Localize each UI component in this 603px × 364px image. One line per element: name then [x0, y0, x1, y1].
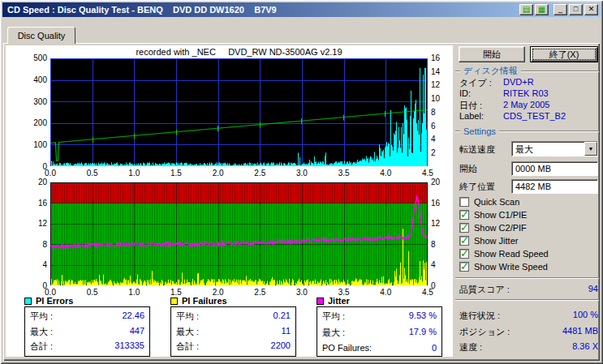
- window-title: CD Speed : Disc Quality Test - BENQ DVD …: [7, 5, 518, 15]
- axis-tick: 12: [431, 219, 440, 228]
- stat-value: 313335: [114, 340, 144, 353]
- speed-label: 速度 :: [459, 341, 482, 353]
- bottom-chart-left-axis: 201612840: [23, 178, 47, 290]
- pie-color-swatch: [24, 298, 32, 305]
- tab-disc-quality[interactable]: Disc Quality: [7, 27, 75, 44]
- top-chart-x-axis: 0.00.51.01.52.02.53.03.54.04.5: [40, 169, 438, 178]
- pif-jitter-chart-canvas: [50, 182, 428, 285]
- checkbox-box: [459, 236, 469, 246]
- checkbox-box: [459, 210, 469, 220]
- axis-tick: 12: [38, 219, 47, 228]
- chart-header: recorded with _NEC DVD_RW ND-3500AG v2.1…: [50, 47, 428, 57]
- checkbox-label: Show Read Speed: [474, 249, 549, 259]
- disc-label-label: Label:: [459, 111, 484, 121]
- axis-tick: 3.0: [291, 169, 312, 178]
- close-button[interactable]: ✕: [584, 4, 598, 15]
- maximize-button[interactable]: □: [569, 4, 583, 15]
- axis-tick: 0.5: [82, 169, 103, 178]
- stat-value: 11: [282, 326, 291, 338]
- position-value: 4481 MB: [511, 326, 598, 336]
- axis-tick: 2.5: [249, 288, 270, 297]
- transfer-speed-select[interactable]: 最大 ▼: [511, 141, 598, 156]
- disc-type-value: DVD+R: [503, 77, 534, 87]
- disc-type-label: タイプ :: [459, 77, 492, 89]
- pi-failures-title: PI Failures: [170, 296, 227, 306]
- axis-tick: 8: [42, 240, 47, 249]
- checkbox-show-jitter[interactable]: Show Jitter: [459, 236, 518, 246]
- axis-tick: 4.0: [375, 288, 396, 297]
- progress-value: 100 %: [511, 310, 598, 319]
- stat-label: 最大 :: [322, 327, 345, 339]
- axis-tick: 16: [431, 54, 440, 62]
- stat-label: 合計 :: [30, 340, 53, 353]
- quality-score-value: 94: [511, 284, 598, 293]
- axis-tick: 3.5: [334, 169, 355, 178]
- axis-tick: 4.5: [417, 288, 438, 297]
- pi-errors-box: 平均 :22.46 最大 :447 合計 :313335: [24, 306, 150, 357]
- axis-tick: 200: [33, 118, 47, 127]
- pi-failures-box: 平均 :0.21 最大 :11 合計 :2200: [170, 306, 296, 357]
- chevron-down-icon[interactable]: ▼: [584, 142, 597, 156]
- start-position-field[interactable]: 0000 MB: [511, 161, 598, 176]
- checkbox-show-c1-pie[interactable]: Show C1/PIE: [459, 210, 527, 220]
- axis-tick: 4: [431, 260, 436, 269]
- checkbox-label: Quick Scan: [474, 197, 519, 207]
- axis-tick: 300: [33, 97, 47, 106]
- checkbox-label: Show Write Speed: [474, 262, 548, 272]
- axis-tick: 20: [431, 178, 440, 186]
- exit-button[interactable]: 終了(X): [530, 46, 598, 62]
- jitter-color-swatch: [317, 298, 324, 305]
- checkbox-box: [459, 223, 469, 233]
- start-position-label: 開始: [459, 163, 477, 175]
- end-position-field[interactable]: 4482 MB: [511, 179, 598, 194]
- stat-label: 最大 :: [176, 326, 199, 338]
- app-window: CD Speed : Disc Quality Test - BENQ DVD …: [0, 0, 603, 364]
- axis-tick: 16: [431, 199, 440, 208]
- stat-box-title: Jitter: [328, 296, 350, 306]
- axis-tick: 2: [431, 148, 436, 157]
- titlebar[interactable]: CD Speed : Disc Quality Test - BENQ DVD …: [2, 2, 601, 17]
- disc-id-value: RITEK R03: [503, 88, 549, 98]
- screenshot-button[interactable]: ▤: [519, 4, 533, 15]
- checkbox-show-write-speed[interactable]: Show Write Speed: [459, 262, 548, 272]
- stat-row: 平均 :9.53 %: [322, 310, 437, 323]
- stat-value: 2200: [271, 340, 291, 353]
- disc-info-group-header: ディスク情報: [455, 65, 599, 77]
- stat-value: 9.53 %: [409, 310, 437, 323]
- checkbox-label: Show C2/PIF: [474, 223, 527, 233]
- axis-tick: 12: [431, 80, 440, 89]
- green-grid-icon: ▦: [538, 5, 545, 14]
- pie-speed-chart-canvas: [50, 58, 428, 166]
- axis-tick: 1.5: [166, 169, 187, 178]
- axis-tick: 6: [431, 122, 436, 131]
- axis-tick: 14: [431, 67, 440, 76]
- bottom-chart-x-axis: 0.00.51.01.52.02.53.03.54.04.5: [40, 288, 438, 297]
- checkbox-show-read-speed[interactable]: Show Read Speed: [459, 249, 549, 259]
- axis-tick: 2.0: [208, 169, 229, 178]
- bottom-chart-right-axis: 201612840: [431, 178, 449, 290]
- disc-info-group-title: ディスク情報: [460, 65, 521, 77]
- stat-value: 17.9 %: [409, 327, 437, 339]
- minimize-button[interactable]: _: [553, 4, 567, 15]
- axis-tick: 4: [431, 135, 436, 143]
- stat-box-title: PI Failures: [182, 296, 227, 306]
- axis-tick: 100: [33, 140, 47, 149]
- maximize-icon: □: [574, 5, 578, 13]
- axis-tick: 10: [431, 94, 440, 103]
- stat-value: 0.21: [274, 310, 291, 323]
- axis-tick: 4.0: [375, 169, 396, 178]
- clipboard-button[interactable]: ▦: [535, 4, 549, 15]
- speed-value: 8.36 X: [511, 341, 598, 351]
- minimize-icon: _: [558, 5, 562, 13]
- close-icon: ✕: [588, 5, 595, 13]
- stat-row: 平均 :0.21: [176, 310, 291, 323]
- checkbox-quick-scan[interactable]: Quick Scan: [459, 197, 519, 207]
- start-button[interactable]: 開始: [459, 46, 525, 62]
- stat-label: 平均 :: [322, 310, 345, 323]
- checkbox-label: Show C1/PIE: [474, 210, 527, 220]
- stat-label: PO Failures:: [322, 343, 372, 353]
- checkbox-box: [459, 262, 469, 272]
- checkbox-show-c2-pif[interactable]: Show C2/PIF: [459, 223, 527, 233]
- stat-value: 22.46: [122, 310, 144, 323]
- quality-score-label: 品質スコア :: [459, 284, 510, 296]
